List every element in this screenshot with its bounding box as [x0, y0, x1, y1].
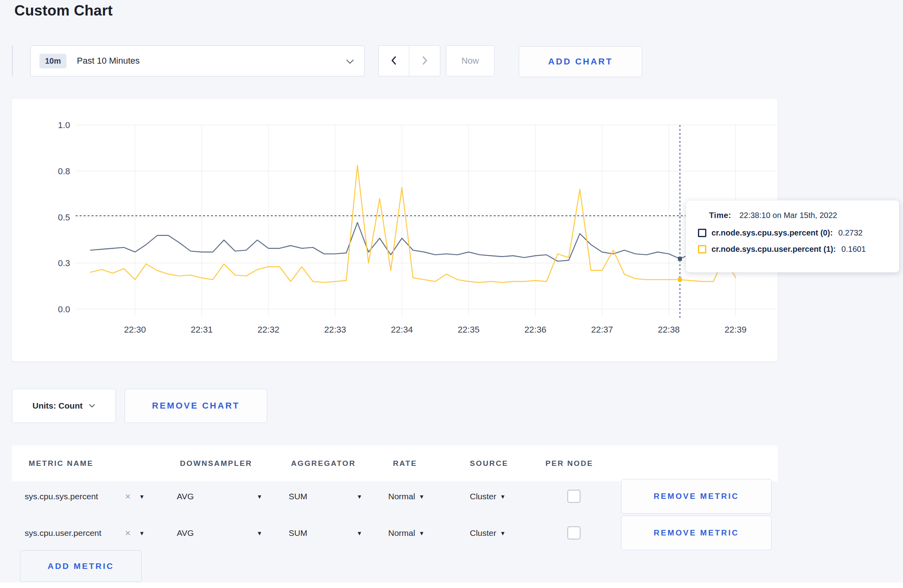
svg-text:22:31: 22:31 — [191, 325, 213, 335]
units-select[interactable]: Units: Count — [12, 389, 116, 423]
svg-text:22:34: 22:34 — [391, 325, 413, 335]
svg-text:22:38: 22:38 — [658, 325, 680, 335]
caret-down-icon: ▾ — [258, 493, 261, 500]
column-header-per-node: PER NODE — [545, 446, 593, 481]
source-select[interactable]: Cluster▾ — [470, 479, 504, 514]
downsampler-value: AVG — [177, 492, 194, 501]
clear-metric-icon[interactable]: × — [125, 516, 131, 551]
svg-text:0.3: 0.3 — [58, 258, 70, 268]
svg-text:22:36: 22:36 — [524, 325, 546, 335]
column-header-downsampler: DOWNSAMPLER — [180, 446, 252, 481]
tooltip-series-value: 0.1601 — [841, 245, 866, 254]
chevron-left-icon — [389, 55, 398, 67]
svg-text:22:37: 22:37 — [591, 325, 613, 335]
column-header-rate: RATE — [393, 446, 417, 481]
chevron-down-icon — [89, 402, 95, 409]
time-window-badge: 10m — [39, 54, 66, 68]
time-range-select[interactable]: 10m Past 10 Minutes — [30, 45, 365, 76]
metric-name-label: sys.cpu.user.percent — [25, 528, 102, 538]
series-swatch-user-icon — [698, 245, 706, 253]
per-node-checkbox[interactable] — [567, 490, 580, 503]
svg-text:22:33: 22:33 — [324, 325, 346, 335]
remove-metric-button[interactable]: REMOVE METRIC — [621, 516, 772, 550]
chevron-right-icon — [420, 55, 429, 67]
units-select-label: Units: Count — [33, 401, 83, 411]
svg-text:22:35: 22:35 — [457, 325, 479, 335]
rate-select[interactable]: Normal▾ — [388, 479, 423, 514]
svg-text:0.0: 0.0 — [58, 304, 70, 314]
tooltip-time-label: Time: — [709, 211, 731, 220]
now-button[interactable]: Now — [446, 45, 494, 76]
caret-down-icon: ▾ — [420, 493, 424, 500]
tooltip-time-row: Time: 22:38:10 on Mar 15th, 2022 — [709, 211, 899, 220]
remove-metric-button[interactable]: REMOVE METRIC — [621, 479, 772, 514]
tooltip-series-value: 0.2732 — [838, 228, 863, 238]
time-range-label: Past 10 Minutes — [77, 56, 140, 66]
caret-down-icon: ▾ — [501, 530, 505, 537]
tooltip-series-row: cr.node.sys.cpu.sys.percent (0): 0.2732 — [698, 228, 899, 238]
column-header-metric-name: METRIC NAME — [29, 446, 94, 481]
downsampler-select[interactable]: AVG▾ — [177, 516, 261, 551]
rate-select[interactable]: Normal▾ — [388, 516, 423, 551]
svg-text:22:32: 22:32 — [258, 325, 280, 335]
page-title: Custom Chart — [14, 2, 113, 19]
metric-name-select[interactable]: sys.cpu.user.percent — [25, 516, 160, 551]
svg-text:22:39: 22:39 — [725, 325, 747, 335]
prev-time-button[interactable] — [378, 45, 409, 76]
add-metric-button[interactable]: ADD METRIC — [20, 550, 142, 582]
tooltip-series-label: cr.node.sys.cpu.sys.percent (0): — [711, 228, 833, 238]
metrics-table-header: METRIC NAME DOWNSAMPLER AGGREGATOR RATE … — [12, 446, 778, 481]
caret-down-icon: ▾ — [140, 479, 144, 514]
aggregator-value: SUM — [289, 492, 307, 501]
svg-text:0.5: 0.5 — [58, 212, 70, 222]
metric-name-select[interactable]: sys.cpu.sys.percent — [25, 479, 160, 514]
aggregator-value: SUM — [289, 528, 307, 538]
aggregator-select[interactable]: SUM▾ — [289, 516, 361, 551]
table-row: sys.cpu.sys.percent × ▾ AVG▾ SUM▾ Normal… — [12, 479, 778, 514]
per-node-checkbox[interactable] — [567, 526, 580, 539]
tooltip-time-value: 22:38:10 on Mar 15th, 2022 — [739, 211, 837, 220]
aggregator-select[interactable]: SUM▾ — [289, 479, 361, 514]
svg-text:1.0: 1.0 — [58, 120, 70, 130]
downsampler-value: AVG — [177, 528, 194, 538]
series-swatch-sys-icon — [698, 229, 706, 237]
rate-value: Normal — [388, 528, 415, 538]
add-chart-button[interactable]: ADD CHART — [519, 46, 642, 77]
tooltip-series-label: cr.node.sys.cpu.user.percent (1): — [711, 245, 836, 254]
page-bottom-strip — [0, 582, 903, 588]
caret-down-icon: ▾ — [358, 530, 361, 537]
source-value: Cluster — [470, 528, 496, 538]
table-row: sys.cpu.user.percent × ▾ AVG▾ SUM▾ Norma… — [12, 516, 778, 551]
downsampler-select[interactable]: AVG▾ — [177, 479, 261, 514]
caret-down-icon: ▾ — [501, 493, 505, 500]
chart-svg[interactable]: 0.00.30.50.81.022:3022:3122:3222:3322:34… — [12, 99, 778, 361]
column-header-aggregator: AGGREGATOR — [291, 446, 356, 481]
time-nav-group — [378, 45, 440, 76]
clear-metric-icon[interactable]: × — [125, 479, 131, 514]
chart-tooltip: Time: 22:38:10 on Mar 15th, 2022 cr.node… — [686, 200, 899, 273]
source-select[interactable]: Cluster▾ — [470, 516, 504, 551]
remove-chart-button[interactable]: REMOVE CHART — [125, 389, 267, 423]
caret-down-icon: ▾ — [258, 530, 261, 537]
chart-card: 0.00.30.50.81.022:3022:3122:3222:3322:34… — [12, 99, 778, 361]
source-value: Cluster — [470, 492, 496, 501]
custom-chart-page: Custom Chart 10m Past 10 Minutes Now ADD… — [0, 0, 903, 588]
chevron-down-icon — [346, 58, 354, 66]
caret-down-icon: ▾ — [358, 493, 361, 500]
column-header-source: SOURCE — [470, 446, 508, 481]
metric-name-label: sys.cpu.sys.percent — [25, 492, 98, 501]
svg-text:22:30: 22:30 — [124, 325, 146, 335]
tooltip-series-row: cr.node.sys.cpu.user.percent (1): 0.1601 — [698, 245, 899, 254]
caret-down-icon: ▾ — [140, 516, 144, 551]
toolbar-divider — [12, 45, 13, 76]
caret-down-icon: ▾ — [420, 530, 424, 537]
next-time-button[interactable] — [409, 45, 440, 76]
svg-text:0.8: 0.8 — [58, 166, 70, 176]
rate-value: Normal — [388, 492, 415, 501]
